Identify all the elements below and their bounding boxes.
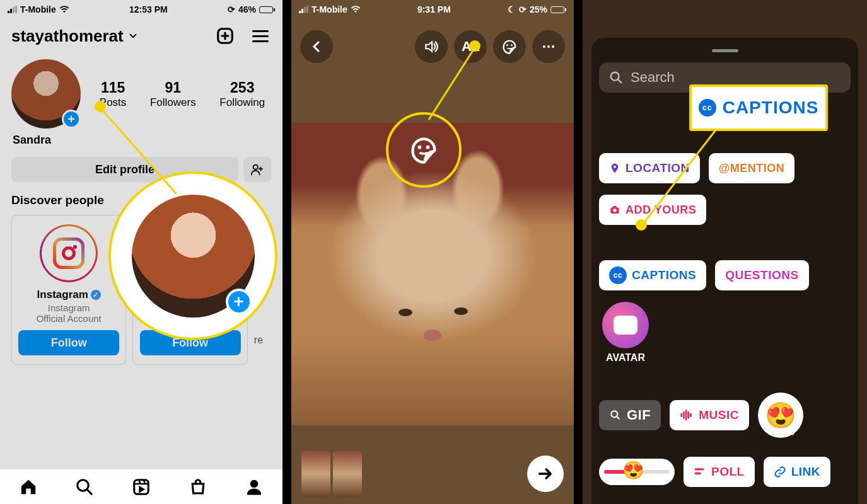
- chevron-down-icon: [127, 30, 139, 42]
- search-icon: [609, 409, 622, 421]
- next-button[interactable]: [527, 455, 564, 492]
- username-switcher[interactable]: stayathomerat: [11, 26, 139, 46]
- carrier-label: T-Mobile: [20, 4, 56, 14]
- svg-rect-21: [695, 472, 701, 474]
- create-button[interactable]: [214, 25, 236, 47]
- plus-icon: +: [62, 110, 81, 129]
- clock-label: 9:31 PM: [417, 4, 451, 14]
- signal-icon: [8, 6, 17, 13]
- add-person-icon: [250, 163, 264, 176]
- clip-thumbnail[interactable]: [333, 450, 362, 497]
- svg-point-15: [614, 166, 616, 168]
- sticker-poll[interactable]: POLL: [684, 457, 755, 487]
- wifi-icon: [351, 6, 361, 13]
- soundwave-icon: [680, 409, 694, 421]
- carrier-label: T-Mobile: [311, 4, 347, 14]
- pin-icon: [609, 163, 620, 174]
- svg-point-7: [511, 44, 513, 46]
- followers-count: 91: [150, 79, 196, 96]
- sticker-location[interactable]: LOCATION: [599, 153, 700, 183]
- clip-thumbnail[interactable]: [301, 450, 330, 497]
- wifi-icon: [59, 6, 69, 13]
- sticker-questions[interactable]: QUESTIONS: [715, 260, 808, 290]
- search-placeholder: Search: [631, 69, 675, 86]
- callout-dot: [95, 101, 106, 112]
- svg-point-6: [506, 44, 508, 46]
- svg-point-4: [250, 479, 259, 488]
- follow-label: Follow: [51, 336, 87, 350]
- back-button[interactable]: [300, 30, 333, 63]
- svg-point-1: [253, 165, 258, 169]
- sound-button[interactable]: [415, 30, 448, 63]
- signal-icon: [299, 6, 308, 13]
- orientation-lock-icon: ⟳: [519, 4, 527, 14]
- sticker-mention[interactable]: @MENTION: [709, 153, 795, 183]
- svg-rect-18: [613, 206, 617, 208]
- more-icon: [541, 39, 556, 54]
- callout-sticker-highlight: [386, 112, 462, 188]
- callout-dot: [469, 40, 480, 52]
- clock-label: 12:53 PM: [129, 4, 168, 14]
- callout-avatar-highlight: +: [108, 171, 277, 340]
- plus-box-icon: [216, 26, 235, 45]
- link-icon: [774, 466, 786, 478]
- svg-rect-20: [695, 468, 704, 470]
- clip-thumbnails[interactable]: [301, 450, 362, 497]
- story-add-avatar[interactable]: +: [11, 59, 81, 129]
- battery-pct-label: 46%: [238, 4, 256, 14]
- svg-point-10: [552, 45, 554, 48]
- instagram-logo-icon: [53, 238, 84, 269]
- followers-stat[interactable]: 91 Followers: [150, 79, 196, 109]
- cc-icon: cc: [699, 99, 716, 117]
- svg-point-8: [543, 45, 545, 48]
- sticker-button[interactable]: [493, 30, 526, 63]
- poll-icon: [694, 466, 706, 478]
- following-stat[interactable]: 253 Following: [219, 79, 265, 109]
- sticker-gif[interactable]: GIF: [599, 400, 661, 430]
- sticker-emoji[interactable]: 😍: [758, 392, 803, 438]
- callout-captions-highlight: cc CAPTIONS: [689, 84, 828, 131]
- sheet-grabber[interactable]: [712, 49, 738, 52]
- camera-icon: [609, 204, 620, 215]
- moon-icon: ☾: [508, 4, 516, 14]
- discover-people-button[interactable]: [243, 157, 271, 182]
- battery-icon: [550, 6, 566, 13]
- sticker-icon: [501, 38, 518, 55]
- menu-button[interactable]: [250, 25, 271, 47]
- orientation-lock-icon: ⟳: [228, 4, 235, 14]
- suggestion-avatar[interactable]: [40, 224, 98, 282]
- follow-button[interactable]: Follow: [18, 330, 119, 355]
- svg-point-17: [613, 209, 616, 212]
- sticker-captions[interactable]: cc CAPTIONS: [599, 260, 706, 290]
- home-icon[interactable]: [19, 478, 38, 496]
- verified-icon: [91, 290, 101, 300]
- sticker-add-yours[interactable]: ADD YOURS: [599, 195, 706, 225]
- search-icon: [609, 71, 623, 84]
- following-label: Following: [219, 96, 265, 109]
- sticker-music[interactable]: MUSIC: [670, 400, 749, 430]
- speaker-icon: [423, 38, 439, 55]
- status-bar: T-Mobile 12:53 PM ⟳ 46%: [0, 0, 282, 19]
- battery-icon: [259, 6, 275, 13]
- profile-icon[interactable]: [245, 478, 264, 496]
- more-button[interactable]: [532, 30, 565, 63]
- sticker-slider[interactable]: 😍: [599, 459, 675, 485]
- sticker-avatar[interactable]: AVATAR: [599, 302, 652, 374]
- suggestion-card: Instagram InstagramOfficial Account Foll…: [11, 215, 126, 365]
- shop-icon[interactable]: [189, 478, 207, 496]
- search-icon[interactable]: [75, 478, 94, 496]
- status-bar: T-Mobile 9:31 PM ☾ ⟳ 25%: [291, 0, 574, 19]
- edit-profile-label: Edit profile: [95, 163, 154, 176]
- plus-icon: +: [226, 289, 252, 315]
- cc-icon: cc: [609, 266, 627, 284]
- following-count: 253: [219, 79, 265, 96]
- svg-point-9: [547, 45, 550, 48]
- posts-count: 115: [100, 79, 127, 96]
- callout-dot: [636, 219, 647, 231]
- sticker-link[interactable]: LINK: [764, 457, 830, 487]
- sticker-icon: [407, 134, 440, 166]
- reels-icon[interactable]: [132, 478, 151, 496]
- display-name: Sandra: [0, 131, 282, 149]
- bottom-nav: [0, 469, 282, 504]
- arrow-right-icon: [537, 465, 554, 483]
